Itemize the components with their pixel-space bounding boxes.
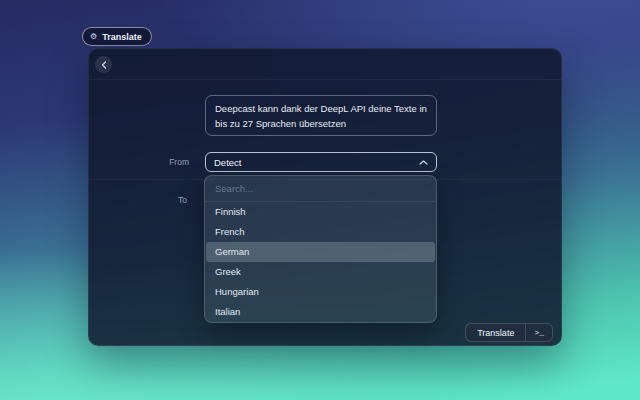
language-option-hungarian[interactable]: Hungarian (205, 282, 436, 302)
from-select[interactable]: Detect (205, 152, 437, 172)
language-option-finnish[interactable]: Finnish (205, 202, 436, 222)
source-text-input[interactable]: Deepcast kann dank der DeepL API deine T… (205, 95, 437, 136)
chevron-left-icon (101, 61, 107, 69)
terminal-button[interactable]: >_ (526, 324, 552, 341)
app-badge-translate[interactable]: ⚙ Translate (82, 27, 152, 46)
to-label: To (89, 195, 187, 205)
window-header (89, 49, 561, 80)
translate-button[interactable]: Translate (466, 324, 525, 341)
language-search-row (205, 176, 436, 202)
chevron-up-icon (419, 160, 428, 165)
language-dropdown: Finnish French German Greek Hungarian It… (204, 175, 437, 323)
from-label: From (89, 157, 189, 167)
language-option-german[interactable]: German (206, 242, 435, 262)
footer-button-group: Translate >_ (465, 323, 553, 342)
from-select-value: Detect (214, 157, 241, 168)
language-option-italian[interactable]: Italian (205, 302, 436, 322)
gear-icon: ⚙ (90, 33, 97, 41)
language-search-input[interactable] (215, 183, 426, 194)
language-option-french[interactable]: French (205, 222, 436, 242)
back-button[interactable] (95, 56, 112, 73)
language-option-greek[interactable]: Greek (205, 262, 436, 282)
translate-window: Deepcast kann dank der DeepL API deine T… (88, 48, 562, 346)
desktop-background: ⚙ Translate Deepcast kann dank der DeepL… (0, 0, 640, 400)
app-badge-label: Translate (102, 32, 142, 42)
